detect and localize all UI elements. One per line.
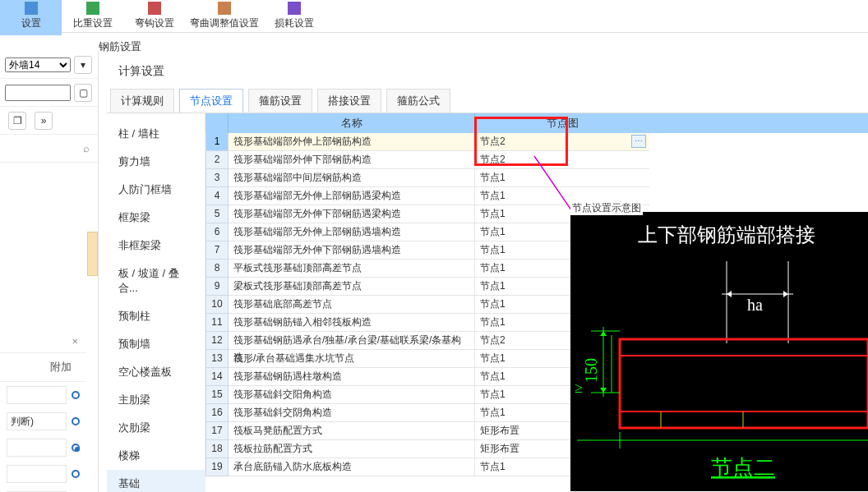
panel2-header: × (0, 330, 86, 353)
option-row[interactable] (0, 435, 86, 461)
diagram-label: 节点设置示意图 (570, 201, 643, 215)
left-column: 外墙14 ▾ ▢ ❐ » ⌕ × 附加 判断) (0, 51, 99, 492)
close-icon[interactable]: × (72, 335, 78, 347)
main-tabs: 计算规则节点设置箍筋设置搭接设置箍筋公式 (107, 85, 868, 113)
svg-rect-5 (620, 339, 868, 428)
svg-text:≥: ≥ (575, 379, 583, 396)
node-diagram: 上下部钢筋端部搭接 ha 150 ≥ 节点二 (570, 212, 868, 491)
option-row[interactable]: 判断) (0, 408, 86, 435)
left-input[interactable] (5, 85, 71, 101)
tab-gjgs[interactable]: 箍筋公式 (386, 89, 450, 113)
left-input-row: ▢ (0, 79, 98, 107)
wall-select[interactable]: 外墙14 (5, 57, 71, 72)
radio-icon[interactable] (72, 470, 80, 478)
toolbar-wanqv[interactable]: 弯曲调整值设置 (185, 0, 263, 35)
svg-text:150: 150 (582, 358, 600, 383)
left-icons-row: ❐ » (0, 107, 98, 135)
svg-text:ha: ha (747, 296, 763, 314)
col-node: 节点图 (475, 113, 649, 133)
top-toolbar: 设置 比重设置 弯钩设置 弯曲调整值设置 损耗设置 (0, 0, 868, 33)
option-row[interactable] (0, 382, 86, 408)
tab-jsgz[interactable]: 计算规则 (110, 89, 174, 113)
table-row[interactable]: 4筏形基础端部无外伸上部钢筋遇梁构造节点1 (205, 187, 868, 205)
toolbar-setting[interactable]: 设置 (0, 0, 62, 35)
main-title: 计算设置 (107, 57, 868, 85)
table-row[interactable]: 3筏形基础端部中间层钢筋构造节点1 (205, 169, 868, 187)
category-item[interactable]: 剪力墙 (107, 148, 205, 176)
category-item[interactable]: 预制墙 (107, 330, 205, 358)
radio-icon[interactable] (72, 444, 80, 452)
toolbar-sunhao[interactable]: 损耗设置 (263, 0, 325, 35)
category-list: 柱 / 墙柱剪力墙人防门框墙框架梁非框架梁板 / 坡道 / 叠合...预制柱预制… (107, 113, 205, 492)
diagram-title: 上下部钢筋端部搭接 (638, 224, 815, 246)
left-more-icon[interactable]: » (35, 112, 53, 130)
grid-header: 名称 节点图 (205, 113, 868, 133)
toolbar-wangou[interactable]: 弯钩设置 (123, 0, 185, 35)
col-name: 名称 (229, 113, 475, 133)
ellipsis-button[interactable]: ⋯ (631, 135, 646, 148)
left-panel-2: × 附加 判断) (0, 330, 86, 492)
table-row[interactable]: 1筏形基础端部外伸上部钢筋构造节点2⋯ (205, 133, 868, 151)
radio-icon[interactable] (72, 417, 80, 425)
category-item[interactable]: 柱 / 墙柱 (107, 120, 205, 148)
pink-marker (87, 232, 98, 276)
category-item[interactable]: 主肋梁 (107, 386, 205, 414)
category-item[interactable]: 框架梁 (107, 204, 205, 232)
search-icon: ⌕ (83, 142, 90, 154)
option-row[interactable] (0, 487, 86, 492)
toolbar-bizhong[interactable]: 比重设置 (62, 0, 123, 35)
option-row[interactable] (0, 461, 86, 487)
category-item[interactable]: 预制柱 (107, 302, 205, 330)
left-dropdown-row: 外墙14 ▾ (0, 51, 98, 79)
category-item[interactable]: 人防门框墙 (107, 176, 205, 204)
left-tool-icon[interactable]: ❐ (8, 112, 26, 130)
diagram-caption: 节点二 (711, 456, 775, 480)
tab-gjsz[interactable]: 箍筋设置 (248, 89, 312, 113)
category-item[interactable]: 基础 (107, 470, 205, 492)
category-item[interactable]: 次肋梁 (107, 414, 205, 442)
category-item[interactable]: 板 / 坡道 / 叠合... (107, 260, 205, 302)
radio-icon[interactable] (72, 391, 80, 399)
panel2-sub: 附加 (0, 353, 86, 382)
left-input-btn[interactable]: ▢ (74, 84, 92, 102)
tab-jdsz[interactable]: 节点设置 (179, 89, 243, 113)
subheader: 钢筋设置 (90, 34, 150, 59)
left-search[interactable]: ⌕ (0, 135, 98, 163)
category-item[interactable]: 空心楼盖板 (107, 358, 205, 386)
tab-djsz[interactable]: 搭接设置 (317, 89, 381, 113)
category-item[interactable]: 非框架梁 (107, 232, 205, 260)
dropdown-more-icon[interactable]: ▾ (74, 56, 92, 74)
table-row[interactable]: 2筏形基础端部外伸下部钢筋构造节点2 (205, 151, 868, 169)
category-item[interactable]: 楼梯 (107, 442, 205, 470)
